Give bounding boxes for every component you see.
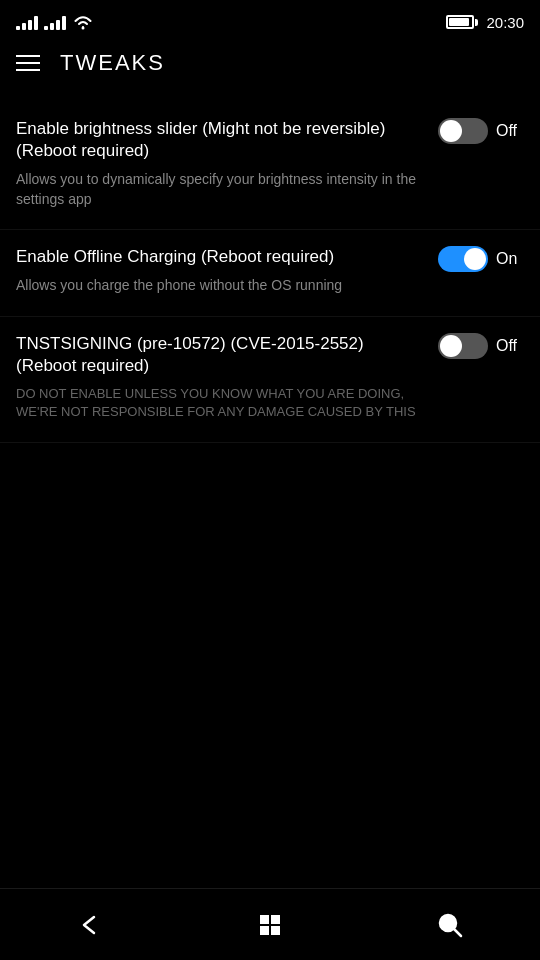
status-left xyxy=(16,14,94,30)
setting-title-offline-charging: Enable Offline Charging (Reboot required… xyxy=(16,246,422,268)
search-button[interactable] xyxy=(420,895,480,955)
setting-desc-tnstsigning: DO NOT ENABLE UNLESS YOU KNOW WHAT YOU A… xyxy=(16,385,422,421)
clock: 20:30 xyxy=(486,14,524,31)
back-button[interactable] xyxy=(60,895,120,955)
svg-rect-2 xyxy=(271,915,280,924)
setting-item-brightness: Enable brightness slider (Might not be r… xyxy=(0,102,540,230)
toggle-tnstsigning[interactable] xyxy=(438,333,488,359)
signal-bars-1 xyxy=(16,14,38,30)
toggle-label-offline-charging: On xyxy=(496,250,524,268)
toggle-label-tnstsigning: Off xyxy=(496,337,524,355)
status-right: 20:30 xyxy=(446,14,524,31)
menu-button[interactable] xyxy=(16,55,40,71)
toggle-thumb-offline-charging xyxy=(464,248,486,270)
svg-line-6 xyxy=(454,929,461,936)
toggle-label-brightness: Off xyxy=(496,122,524,140)
toggle-offline-charging[interactable] xyxy=(438,246,488,272)
toggle-container-offline-charging: On xyxy=(438,246,524,272)
svg-rect-1 xyxy=(260,915,269,924)
signal-bars-2 xyxy=(44,14,66,30)
toggle-brightness[interactable] xyxy=(438,118,488,144)
setting-text-brightness: Enable brightness slider (Might not be r… xyxy=(16,118,438,209)
setting-title-brightness: Enable brightness slider (Might not be r… xyxy=(16,118,422,162)
svg-rect-3 xyxy=(260,926,269,935)
battery-icon xyxy=(446,15,478,29)
setting-text-offline-charging: Enable Offline Charging (Reboot required… xyxy=(16,246,438,296)
toggle-container-tnstsigning: Off xyxy=(438,333,524,359)
setting-title-tnstsigning: TNSTSIGNING (pre-10572) (CVE-2015-2552) … xyxy=(16,333,422,377)
page-title: TWEAKS xyxy=(60,50,165,76)
settings-list: Enable brightness slider (Might not be r… xyxy=(0,92,540,443)
toggle-thumb-brightness xyxy=(440,120,462,142)
app-header: TWEAKS xyxy=(0,40,540,92)
toggle-thumb-tnstsigning xyxy=(440,335,462,357)
bottom-navigation xyxy=(0,888,540,960)
toggle-container-brightness: Off xyxy=(438,118,524,144)
wifi-icon xyxy=(72,14,94,30)
setting-desc-brightness: Allows you to dynamically specify your b… xyxy=(16,170,422,209)
status-bar: 20:30 xyxy=(0,0,540,40)
setting-item-tnstsigning: TNSTSIGNING (pre-10572) (CVE-2015-2552) … xyxy=(0,317,540,443)
setting-item-offline-charging: Enable Offline Charging (Reboot required… xyxy=(0,230,540,317)
svg-point-0 xyxy=(82,27,85,30)
setting-desc-offline-charging: Allows you charge the phone without the … xyxy=(16,276,422,296)
setting-text-tnstsigning: TNSTSIGNING (pre-10572) (CVE-2015-2552) … xyxy=(16,333,438,422)
svg-rect-4 xyxy=(271,926,280,935)
home-button[interactable] xyxy=(240,895,300,955)
